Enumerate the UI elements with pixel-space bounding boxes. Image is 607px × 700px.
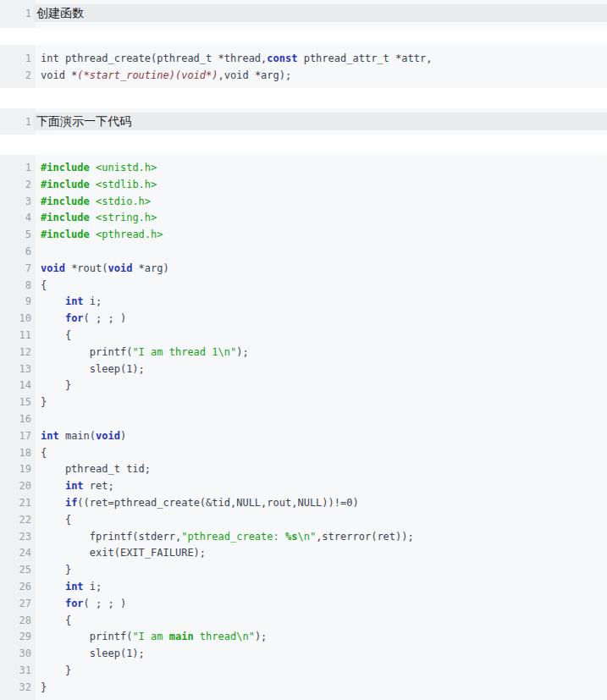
code-block-prototype: 1int pthread_create(pthread_t *thread,co… (0, 45, 607, 88)
line-number: 20 (0, 478, 31, 495)
code-text: sleep(1); (31, 646, 607, 663)
code-text: printf("I am thread 1\n"); (31, 344, 607, 361)
code-segment-gb: #include (41, 162, 90, 174)
code-text: { (31, 328, 607, 344)
code-line: 23 fprintf(stderr,"pthread_create: %s\n"… (0, 529, 607, 546)
code-segment-gb: main (169, 631, 194, 642)
code-segment-p: *rout( (65, 262, 108, 274)
code-text: 创建函数 (33, 4, 607, 22)
code-segment-p: { (41, 447, 47, 459)
heading-block-create-function: 1创建函数 (0, 0, 607, 28)
code-segment-p: printf( (41, 346, 132, 358)
line-number: 1 (0, 50, 31, 67)
code-segment-p: } (41, 396, 47, 408)
line-number: 10 (0, 311, 31, 328)
code-segment-k: int (41, 430, 59, 442)
code-line: 13 sleep(1); (0, 361, 607, 378)
code-segment-gb: #include (41, 179, 90, 190)
code-text: int i; (31, 294, 607, 311)
code-segment-cn: 下面演示一下代码 (36, 114, 131, 128)
code-segment-p: ) (120, 430, 126, 442)
code-lines: 1创建函数 (0, 4, 607, 23)
line-number: 29 (0, 629, 31, 646)
code-segment-g: <unistd.h> (96, 162, 157, 174)
code-segment-p (90, 212, 96, 223)
code-line: 6 (0, 244, 607, 261)
line-number: 2 (0, 67, 31, 84)
code-line: 7void *rout(void *arg) (0, 261, 607, 278)
code-lines: 1int pthread_create(pthread_t *thread,co… (0, 50, 607, 84)
code-segment-p: } (41, 664, 71, 676)
code-text: for( ; ; ) (31, 596, 607, 613)
code-line: 1创建函数 (0, 4, 607, 23)
code-segment-gb: #include (41, 229, 90, 240)
code-segment-p: { (41, 615, 71, 626)
code-text: #include <pthread.h> (31, 227, 607, 244)
code-segment-p: ); (255, 631, 267, 642)
code-segment-p: ((ret=pthread_create(&tid,NULL,rout,NULL… (77, 497, 358, 509)
code-line: 27 for( ; ; ) (0, 596, 607, 613)
code-segment-p: int pthread_create(pthread_t *thread, (41, 52, 267, 64)
code-line: 25 } (0, 562, 607, 579)
code-segment-p: pthread_t tid; (41, 463, 151, 475)
code-line: 28 { (0, 613, 607, 630)
code-text: printf("I am main thread\n"); (31, 629, 607, 646)
line-number: 16 (0, 411, 31, 428)
line-number: 9 (0, 294, 31, 311)
code-line: 12 printf("I am thread 1\n"); (0, 344, 607, 361)
code-text: } (31, 378, 607, 394)
code-text: void *rout(void *arg) (31, 261, 607, 278)
code-segment-p: } (41, 379, 71, 391)
code-segment-g: <pthread.h> (96, 229, 163, 240)
line-number: 30 (0, 646, 31, 663)
code-line: 2#include <stdlib.h> (0, 177, 607, 194)
code-text: { (31, 445, 607, 462)
code-text: void *(*start_routine)(void*),void *arg)… (31, 67, 607, 84)
code-line: 20 int ret; (0, 478, 607, 495)
code-line: 19 pthread_t tid; (0, 461, 607, 478)
line-number: 23 (0, 529, 31, 546)
code-segment-p: ( ; ; ) (84, 312, 127, 324)
code-line: 31 } (0, 663, 607, 680)
code-text: } (31, 562, 607, 579)
code-line: 10 for( ; ; ) (0, 311, 607, 328)
code-text: int pthread_create(pthread_t *thread,con… (31, 50, 607, 67)
code-segment-p (41, 497, 65, 509)
line-number: 25 (0, 562, 31, 579)
code-segment-m: (*start_routine)(void*) (77, 69, 218, 81)
line-number: 8 (0, 278, 31, 295)
code-line: 29 printf("I am main thread\n"); (0, 629, 607, 646)
code-line: 18{ (0, 445, 607, 462)
code-text (31, 244, 607, 261)
code-segment-p: ,void *arg); (218, 69, 292, 81)
code-segment-p: void * (41, 69, 77, 81)
line-number: 15 (0, 394, 31, 411)
code-text: for( ; ; ) (31, 311, 607, 328)
code-lines: 1#include <unistd.h>2#include <stdlib.h>… (0, 160, 607, 697)
code-segment-g: <string.h> (96, 212, 157, 223)
code-segment-k: void (96, 430, 120, 442)
code-text: fprintf(stderr,"pthread_create: %s\n",st… (31, 529, 607, 546)
code-line: 21 if((ret=pthread_create(&tid,NULL,rout… (0, 495, 607, 512)
code-text: #include <unistd.h> (31, 160, 607, 177)
code-text: pthread_t tid; (31, 461, 607, 478)
code-text: int i; (31, 579, 607, 596)
code-segment-p: sleep(1); (41, 363, 145, 375)
code-segment-p (41, 295, 65, 307)
code-segment-g: <stdio.h> (96, 196, 151, 207)
line-number: 13 (0, 361, 31, 378)
code-text: if((ret=pthread_create(&tid,NULL,rout,NU… (31, 495, 607, 512)
code-segment-p: i; (84, 581, 102, 593)
code-line: 26 int i; (0, 579, 607, 596)
line-number: 24 (0, 545, 31, 562)
code-line: 22 { (0, 512, 607, 529)
code-text: { (31, 278, 607, 295)
line-number: 1 (0, 5, 31, 23)
code-text: { (31, 613, 607, 630)
code-segment-p: printf( (41, 631, 132, 642)
line-number: 27 (0, 596, 31, 613)
code-segment-p (90, 196, 96, 207)
code-segment-k: int (65, 581, 84, 593)
code-text: sleep(1); (31, 361, 607, 378)
code-segment-g: thread\n" (194, 631, 255, 642)
